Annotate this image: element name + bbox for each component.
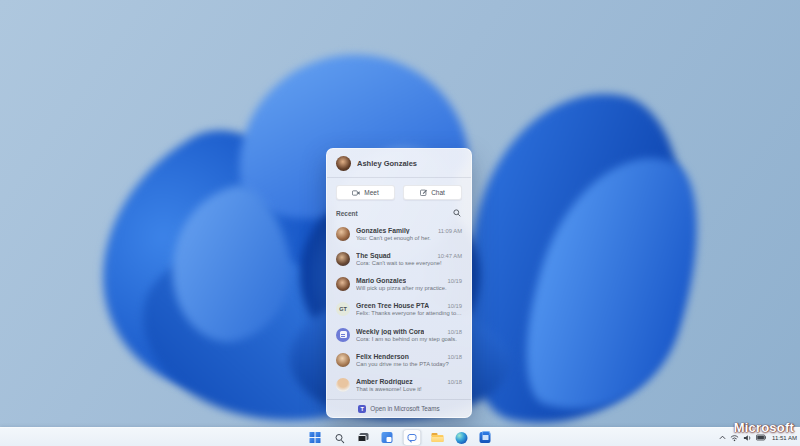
chat-avatar [336, 252, 350, 266]
chat-timestamp: 10/19 [447, 278, 462, 284]
chat-list-item[interactable]: Weekly jog with Cora 10/18 Cora: I am so… [327, 322, 471, 347]
chat-avatar [336, 353, 350, 367]
chat-message-preview: Can you drive me to the PTA today? [356, 361, 462, 367]
chat-taskbar-button-active[interactable] [404, 430, 421, 445]
widgets-button[interactable] [380, 430, 395, 445]
taskbar-clock[interactable]: 11:51 AM [770, 435, 797, 441]
battery-icon[interactable] [756, 434, 766, 441]
chat-item-text: Felix Henderson 10/18 Can you drive me t… [356, 353, 462, 367]
user-name: Ashley Gonzales [357, 159, 417, 168]
chat-item-text: Gonzales Family 11:09 AM You: Can't get … [356, 227, 462, 241]
windows-logo-icon [310, 432, 321, 443]
chat-timestamp: 10/18 [447, 329, 462, 335]
chat-timestamp: 10:47 AM [438, 253, 463, 259]
wifi-icon[interactable] [730, 434, 739, 442]
desktop: Ashley Gonzales Meet Chat Recent [0, 0, 800, 446]
chat-avatar [336, 328, 350, 342]
recent-label: Recent [336, 210, 358, 217]
video-camera-icon [352, 190, 360, 196]
microsoft-store-icon [480, 432, 491, 443]
chat-list-item[interactable]: Mario Gonzales 10/19 Will pick up pizza … [327, 272, 471, 297]
chat-item-text: Weekly jog with Cora 10/18 Cora: I am so… [356, 328, 462, 342]
folder-icon [431, 433, 443, 442]
chat-timestamp: 11:09 AM [438, 228, 462, 234]
chat-message-preview: That is awesome! Love it! [356, 386, 462, 392]
edge-browser-icon [455, 432, 467, 444]
chat-flyout-panel: Ashley Gonzales Meet Chat Recent [326, 148, 472, 418]
chat-avatar [336, 378, 350, 392]
meet-button-label: Meet [364, 189, 378, 196]
task-view-icon [358, 433, 369, 442]
chat-timestamp: 10/19 [447, 303, 462, 309]
meet-button[interactable]: Meet [336, 185, 395, 200]
chat-list-item[interactable]: Felix Henderson 10/18 Can you drive me t… [327, 347, 471, 372]
chat-button-label: Chat [431, 189, 445, 196]
chat-timestamp: 10/18 [447, 379, 462, 385]
chat-message-preview: Will pick up pizza after my practice. [356, 285, 462, 291]
chat-item-text: The Squad 10:47 AM Cora: Can't wait to s… [356, 252, 462, 266]
chat-name: Felix Henderson [356, 353, 409, 360]
recent-header: Recent [327, 204, 471, 220]
chat-name: Gonzales Family [356, 227, 410, 234]
chat-item-text: Amber Rodriguez 10/18 That is awesome! L… [356, 378, 462, 392]
start-button[interactable] [308, 430, 323, 445]
chat-avatar [336, 227, 350, 241]
user-avatar[interactable] [336, 156, 351, 171]
task-view-button[interactable] [356, 430, 371, 445]
chat-name: Green Tree House PTA [356, 302, 429, 309]
chat-item-text: Green Tree House PTA 10/19 Felix: Thanks… [356, 302, 462, 316]
file-explorer-button[interactable] [430, 430, 445, 445]
quick-actions: Meet Chat [327, 178, 471, 204]
store-button[interactable] [478, 430, 493, 445]
taskbar: 11:51 AM [0, 427, 800, 446]
widgets-icon [382, 432, 393, 443]
search-button[interactable] [332, 430, 347, 445]
taskbar-center-icons [308, 428, 493, 446]
chat-avatar [336, 277, 350, 291]
chat-name: The Squad [356, 252, 391, 259]
edge-button[interactable] [454, 430, 469, 445]
chat-message-preview: Cora: Can't wait to see everyone! [356, 260, 462, 266]
chat-message-preview: Cora: I am so behind on my step goals. [356, 336, 462, 342]
chat-list-item[interactable]: The Squad 10:47 AM Cora: Can't wait to s… [327, 246, 471, 271]
chat-list-item[interactable]: Amber Rodriguez 10/18 That is awesome! L… [327, 373, 471, 398]
chat-panel-header: Ashley Gonzales [327, 149, 471, 177]
chat-message-preview: Felix: Thanks everyone for attending tod… [356, 310, 462, 316]
open-in-teams-label: Open in Microsoft Teams [370, 405, 440, 412]
compose-chat-icon [420, 189, 427, 196]
volume-icon[interactable] [743, 434, 752, 442]
chat-avatar: GT [336, 302, 350, 316]
chat-name: Mario Gonzales [356, 277, 406, 284]
chat-timestamp: 10/18 [447, 354, 462, 360]
teams-icon: T [358, 405, 366, 413]
system-tray: 11:51 AM [719, 428, 797, 446]
chat-button[interactable]: Chat [403, 185, 462, 200]
chat-bubble-icon [408, 434, 417, 441]
chat-name: Amber Rodriguez [356, 378, 413, 385]
open-in-teams-button[interactable]: T Open in Microsoft Teams [327, 399, 471, 417]
chat-message-preview: You: Can't get enough of her. [356, 235, 462, 241]
chat-list: Gonzales Family 11:09 AM You: Can't get … [327, 220, 471, 399]
chevron-up-icon[interactable] [719, 435, 726, 440]
chat-name: Weekly jog with Cora [356, 328, 424, 335]
search-icon [336, 434, 343, 441]
chat-list-item[interactable]: GT Green Tree House PTA 10/19 Felix: Tha… [327, 297, 471, 322]
search-icon[interactable] [452, 208, 462, 218]
chat-item-text: Mario Gonzales 10/19 Will pick up pizza … [356, 277, 462, 291]
chat-list-item[interactable]: Gonzales Family 11:09 AM You: Can't get … [327, 221, 471, 246]
